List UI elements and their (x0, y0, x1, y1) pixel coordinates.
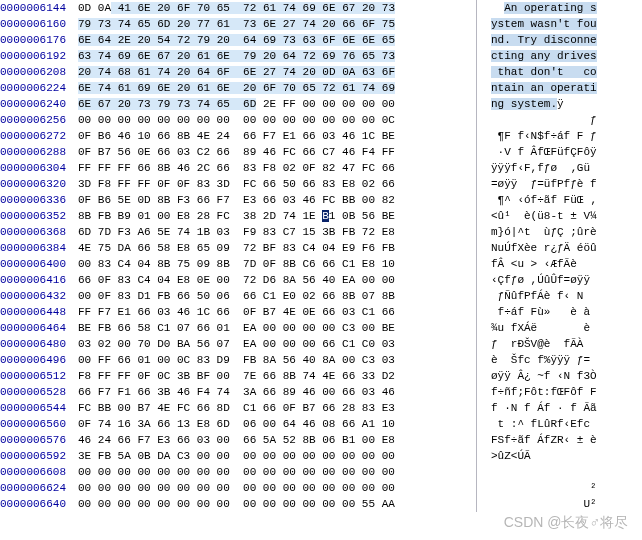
offset-cell: 0000006352 (0, 208, 78, 224)
bytes-row[interactable]: 6E 67 20 73 79 73 74 65 6D 2E FF 00 00 0… (78, 96, 476, 112)
ascii-row[interactable]: ntain an operati (491, 80, 597, 96)
offset-cell: 0000006528 (0, 384, 78, 400)
offset-cell: 0000006288 (0, 144, 78, 160)
ascii-row[interactable]: ² (491, 480, 597, 496)
ascii-row[interactable]: ng system.ÿ (491, 96, 597, 112)
bytes-column[interactable]: 0D 0A 41 6E 20 6F 70 65 72 61 74 69 6E 6… (78, 0, 477, 512)
offset-cell: 0000006576 (0, 432, 78, 448)
offset-cell: 0000006304 (0, 160, 78, 176)
ascii-row[interactable]: NuÚfXèe r¿ƒÄ éöû (491, 240, 597, 256)
offset-cell: 0000006432 (0, 288, 78, 304)
bytes-row[interactable]: 6E 74 61 69 6E 20 61 6E 20 6F 70 65 72 6… (78, 80, 476, 96)
bytes-row[interactable]: 0F B6 5E 0D 8B F3 66 F7 E3 66 03 46 FC B… (78, 192, 476, 208)
offset-column: 0000006144000000616000000061760000006192… (0, 0, 78, 512)
offset-cell: 0000006368 (0, 224, 78, 240)
ascii-row[interactable]: ƒÑûfPfÁè f‹ N (491, 288, 597, 304)
ascii-row[interactable]: øÿÿ Â¿ ~f ‹N f3Ò (491, 368, 597, 384)
ascii-row[interactable]: t :^ fLûRf‹Efc (491, 416, 597, 432)
offset-cell: 0000006240 (0, 96, 78, 112)
bytes-row[interactable]: FF FF FF 66 8B 46 2C 66 83 F8 02 0F 82 4… (78, 160, 476, 176)
offset-cell: 0000006592 (0, 448, 78, 464)
bytes-row[interactable]: 4E 75 DA 66 58 E8 65 09 72 BF 83 C4 04 E… (78, 240, 476, 256)
bytes-row[interactable]: 46 24 66 F7 E3 66 03 00 66 5A 52 8B 06 B… (78, 432, 476, 448)
ascii-row[interactable]: ƒ (491, 112, 597, 128)
ascii-row[interactable]: ¾u fXÁë è (491, 320, 597, 336)
offset-cell: 0000006320 (0, 176, 78, 192)
offset-cell: 0000006208 (0, 64, 78, 80)
ascii-row[interactable]: f÷áf Fù» è à (491, 304, 597, 320)
bytes-row[interactable]: 6D 7D F3 A6 5E 74 1B 03 F9 83 C7 15 3B F… (78, 224, 476, 240)
ascii-row[interactable]: ·V f ÂfŒFüfÇFôÿ (491, 144, 597, 160)
offset-cell: 0000006384 (0, 240, 78, 256)
offset-cell: 0000006176 (0, 32, 78, 48)
ascii-row[interactable]: fÂ <u > ‹ÆfÃè (491, 256, 597, 272)
offset-cell: 0000006640 (0, 496, 78, 512)
offset-cell: 0000006496 (0, 352, 78, 368)
bytes-row[interactable]: 6E 64 2E 20 54 72 79 20 64 69 73 63 6F 6… (78, 32, 476, 48)
bytes-row[interactable]: 03 02 00 70 D0 BA 56 07 EA 00 00 00 66 C… (78, 336, 476, 352)
bytes-row[interactable]: 00 0F 83 D1 FB 66 50 06 66 C1 E0 02 66 8… (78, 288, 476, 304)
bytes-row[interactable]: 66 0F 83 C4 04 E8 0E 00 72 D6 8A 56 40 E… (78, 272, 476, 288)
ascii-row[interactable] (491, 464, 597, 480)
bytes-row[interactable]: 0F B6 46 10 66 8B 4E 24 66 F7 E1 66 03 4… (78, 128, 476, 144)
bytes-row[interactable]: 00 83 C4 04 8B 75 09 8B 7D 0F 8B C6 66 C… (78, 256, 476, 272)
bytes-row[interactable]: 3D F8 FF FF 0F 0F 83 3D FC 66 50 66 83 E… (78, 176, 476, 192)
ascii-row[interactable]: FSf÷ãf ÁfZR‹ ± è (491, 432, 597, 448)
ascii-row[interactable]: An operating s (491, 0, 597, 16)
ascii-row[interactable]: ystem wasn't fou (491, 16, 597, 32)
ascii-row[interactable]: ÿÿÿf‹F,fƒø ‚Gü (491, 160, 597, 176)
hex-viewer[interactable]: 0000006144000000616000000061760000006192… (0, 0, 642, 512)
offset-cell: 0000006144 (0, 0, 78, 16)
ascii-row[interactable]: <û¹ è(ü8-t ± V¼ (491, 208, 597, 224)
bytes-row[interactable]: 3E FB 5A 0B DA C3 00 00 00 00 00 00 00 0… (78, 448, 476, 464)
offset-cell: 0000006272 (0, 128, 78, 144)
ascii-row[interactable]: ƒ rÐŠV@è fÃÀ (491, 336, 597, 352)
offset-cell: 0000006624 (0, 480, 78, 496)
offset-cell: 0000006160 (0, 16, 78, 32)
offset-cell: 0000006400 (0, 256, 78, 272)
offset-cell: 0000006464 (0, 320, 78, 336)
offset-cell: 0000006448 (0, 304, 78, 320)
ascii-column[interactable]: An operating system wasn't found. Try di… (477, 0, 597, 512)
bytes-row[interactable]: 20 74 68 61 74 20 64 6F 6E 27 74 20 0D 0… (78, 64, 476, 80)
bytes-row[interactable]: 00 FF 66 01 00 0C 83 D9 FB 8A 56 40 8A 0… (78, 352, 476, 368)
ascii-row[interactable]: ‹Çfƒø ,ÚûÛf=øÿÿ (491, 272, 597, 288)
bytes-row[interactable]: 0F B7 56 0E 66 03 C2 66 89 46 FC 66 C7 4… (78, 144, 476, 160)
ascii-row[interactable]: ¶F f‹N$f÷áf F ƒ (491, 128, 597, 144)
ascii-row[interactable]: ¶^ ‹óf÷ãf FüŒ ‚ (491, 192, 597, 208)
offset-cell: 0000006480 (0, 336, 78, 352)
ascii-row[interactable]: f ·N f Áf · f Ãã (491, 400, 597, 416)
ascii-row[interactable]: >ûZ<ÚÃ (491, 448, 597, 464)
ascii-row[interactable]: è Šfc f%ÿÿÿ ƒ= (491, 352, 597, 368)
offset-cell: 0000006544 (0, 400, 78, 416)
ascii-row[interactable]: =øÿÿ ƒ=üfPfƒè f (491, 176, 597, 192)
bytes-row[interactable]: 00 00 00 00 00 00 00 00 00 00 00 00 00 0… (78, 480, 476, 496)
bytes-row[interactable]: BE FB 66 58 C1 07 66 01 EA 00 00 00 00 C… (78, 320, 476, 336)
bytes-row[interactable]: 0F 74 16 3A 66 13 E8 6D 06 00 64 46 08 6… (78, 416, 476, 432)
bytes-row[interactable]: 00 00 00 00 00 00 00 00 00 00 00 00 00 0… (78, 112, 476, 128)
bytes-row[interactable]: 00 00 00 00 00 00 00 00 00 00 00 00 00 0… (78, 464, 476, 480)
bytes-row[interactable]: F8 FF FF 0F 0C 3B BF 00 7E 66 8B 74 4E 6… (78, 368, 476, 384)
offset-cell: 0000006256 (0, 112, 78, 128)
ascii-row[interactable]: cting any drives (491, 48, 597, 64)
offset-cell: 0000006224 (0, 80, 78, 96)
bytes-row[interactable]: 00 00 00 00 00 00 00 00 00 00 00 00 00 0… (78, 496, 476, 512)
ascii-row[interactable]: U² (491, 496, 597, 512)
ascii-row[interactable]: f÷ñf;Fôt:fŒFôf F (491, 384, 597, 400)
offset-cell: 0000006416 (0, 272, 78, 288)
offset-cell: 0000006560 (0, 416, 78, 432)
bytes-row[interactable]: 0D 0A 41 6E 20 6F 70 65 72 61 74 69 6E 6… (78, 0, 476, 16)
offset-cell: 0000006336 (0, 192, 78, 208)
bytes-row[interactable]: 8B FB B9 01 00 E8 28 FC 38 2D 74 1E B1 0… (78, 208, 476, 224)
ascii-row[interactable]: m}ó|^t ùƒÇ ;ûrè (491, 224, 597, 240)
bytes-row[interactable]: 63 74 69 6E 67 20 61 6E 79 20 64 72 69 7… (78, 48, 476, 64)
bytes-row[interactable]: FF F7 E1 66 03 46 1C 66 0F B7 4E 0E 66 0… (78, 304, 476, 320)
bytes-row[interactable]: 79 73 74 65 6D 20 77 61 73 6E 27 74 20 6… (78, 16, 476, 32)
watermark-text: CSDN @长夜♂将尽 (504, 514, 628, 530)
bytes-row[interactable]: 66 F7 F1 66 3B 46 F4 74 3A 66 89 46 00 6… (78, 384, 476, 400)
offset-cell: 0000006192 (0, 48, 78, 64)
ascii-row[interactable]: nd. Try disconne (491, 32, 597, 48)
ascii-row[interactable]: that don't co (491, 64, 597, 80)
bytes-row[interactable]: FC BB 00 B7 4E FC 66 8D C1 66 0F B7 66 2… (78, 400, 476, 416)
offset-cell: 0000006512 (0, 368, 78, 384)
